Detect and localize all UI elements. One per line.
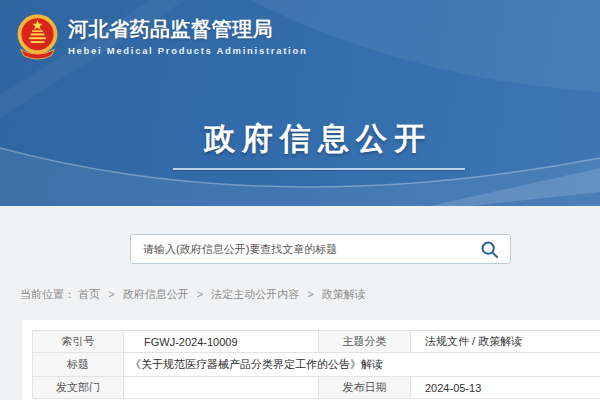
breadcrumb-link-home[interactable]: 首页 xyxy=(78,288,100,300)
search-button[interactable] xyxy=(480,240,500,260)
site-logo[interactable]: 河北省药品监督管理局 Hebei Medical Products Admini… xyxy=(13,11,273,65)
field-label-index-number: 索引号 xyxy=(33,331,124,352)
breadcrumb-link-legal-disclosure[interactable]: 法定主动公开内容 xyxy=(211,288,299,300)
breadcrumb-current-policy-interpretation: 政策解读 xyxy=(322,288,366,300)
field-label-issuing-department: 发文部门 xyxy=(33,377,124,398)
site-title: 河北省药品监督管理局 xyxy=(68,18,307,40)
table-row: 发文部门 发布日期 2024-05-13 xyxy=(33,377,600,398)
field-value-index-number: FGWJ-2024-10009 xyxy=(124,331,319,352)
field-label-topic-category: 主题分类 xyxy=(319,331,411,352)
document-info-table: 索引号 FGWJ-2024-10009 主题分类 法规文件 / 政策解读 标题 … xyxy=(32,330,600,399)
breadcrumb-separator: > xyxy=(307,288,313,300)
national-emblem-icon xyxy=(13,11,62,62)
table-row: 索引号 FGWJ-2024-10009 主题分类 法规文件 / 政策解读 xyxy=(33,331,600,353)
search-box xyxy=(130,234,511,264)
breadcrumb-label: 当前位置： xyxy=(20,288,75,300)
field-label-publish-date: 发布日期 xyxy=(319,377,411,398)
search-input[interactable] xyxy=(131,235,510,263)
hero-banner: 河北省药品监督管理局 Hebei Medical Products Admini… xyxy=(0,0,600,206)
field-value-issuing-department xyxy=(124,377,319,398)
site-subtitle: Hebei Medical Products Administration xyxy=(68,45,307,56)
table-row: 标题 《关于规范医疗器械产品分类界定工作的公告》解读 xyxy=(33,353,600,377)
field-value-topic-category: 法规文件 / 政策解读 xyxy=(411,331,600,352)
content-panel: 索引号 FGWJ-2024-10009 主题分类 法规文件 / 政策解读 标题 … xyxy=(22,320,600,400)
breadcrumb-separator: > xyxy=(197,288,203,300)
title-underline-divider xyxy=(173,168,465,170)
breadcrumb-separator: > xyxy=(108,288,114,300)
breadcrumb: 当前位置： 首页 > 政府信息公开 > 法定主动公开内容 > 政策解读 xyxy=(20,287,366,302)
site-name-block: 河北省药品监督管理局 Hebei Medical Products Admini… xyxy=(68,11,307,56)
field-value-publish-date: 2024-05-13 xyxy=(411,377,600,398)
search-icon xyxy=(480,240,500,260)
breadcrumb-link-gov-info[interactable]: 政府信息公开 xyxy=(123,288,189,300)
field-label-title: 标题 xyxy=(33,353,124,376)
field-value-title: 《关于规范医疗器械产品分类界定工作的公告》解读 xyxy=(124,353,600,376)
page-title: 政府信息公开 xyxy=(204,118,432,160)
